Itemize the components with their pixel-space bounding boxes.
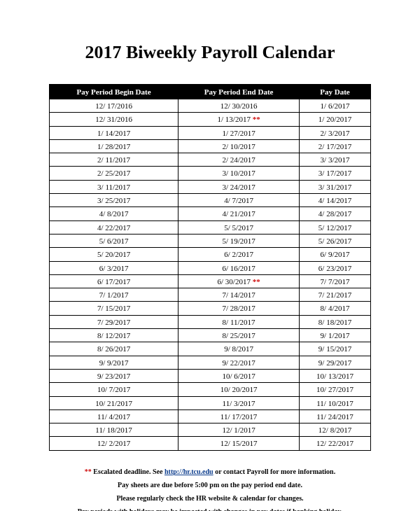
- cell-pay-date: 3/ 17/2017: [300, 167, 371, 180]
- cell-end-date: 12/ 30/2016: [178, 99, 300, 113]
- cell-pay-date: 5/ 26/2017: [300, 234, 371, 247]
- footnote-check-hr: Please regularly check the HR website & …: [49, 491, 371, 505]
- table-row: 12/ 2/201712/ 15/201712/ 22/2017: [50, 437, 371, 450]
- footnote-holidays: Pay periods with holidays may be impacte…: [49, 505, 371, 511]
- table-row: 9/ 9/20179/ 22/20179/ 29/2017: [50, 356, 371, 369]
- hr-link[interactable]: http://hr.tcu.edu: [164, 468, 214, 475]
- cell-begin-date: 11/ 18/2017: [50, 424, 178, 437]
- cell-pay-date: 1/ 20/2017: [300, 113, 371, 126]
- footnote-paysheets: Pay sheets are due before 5:00 pm on the…: [49, 478, 371, 491]
- cell-pay-date: 2/ 17/2017: [300, 139, 371, 153]
- col-end-date: Pay Period End Date: [178, 85, 300, 99]
- cell-pay-date: 9/ 1/2017: [300, 329, 371, 342]
- escalated-marker: **: [253, 277, 260, 286]
- cell-begin-date: 12/ 31/2016: [50, 113, 178, 126]
- table-row: 4/ 22/20175/ 5/20175/ 12/2017: [50, 220, 371, 234]
- cell-pay-date: 8/ 4/2017: [300, 302, 371, 315]
- cell-pay-date: 4/ 14/2017: [300, 194, 371, 207]
- cell-end-date: 5/ 19/2017: [178, 234, 300, 247]
- cell-begin-date: 7/ 29/2017: [50, 315, 178, 328]
- cell-end-date: 10/ 6/2017: [178, 369, 300, 382]
- cell-end-date: 9/ 22/2017: [178, 356, 300, 369]
- cell-end-date: 4/ 7/2017: [178, 194, 300, 207]
- table-row: 6/ 3/20176/ 16/20176/ 23/2017: [50, 261, 371, 274]
- cell-begin-date: 3/ 25/2017: [50, 194, 178, 207]
- cell-pay-date: 6/ 23/2017: [300, 261, 371, 274]
- cell-end-date: 8/ 25/2017: [178, 329, 300, 342]
- table-row: 11/ 4/201711/ 17/201711/ 24/2017: [50, 410, 371, 423]
- table-row: 3/ 25/20174/ 7/20174/ 14/2017: [50, 194, 371, 207]
- cell-begin-date: 1/ 14/2017: [50, 126, 178, 139]
- cell-pay-date: 7/ 7/2017: [300, 274, 371, 288]
- table-row: 4/ 8/20174/ 21/20174/ 28/2017: [50, 207, 371, 220]
- cell-pay-date: 10/ 27/2017: [300, 383, 371, 396]
- cell-end-date: 8/ 11/2017: [178, 315, 300, 328]
- table-header-row: Pay Period Begin Date Pay Period End Dat…: [50, 85, 371, 99]
- table-row: 3/ 11/20173/ 24/20173/ 31/2017: [50, 180, 371, 193]
- cell-end-date: 6/ 16/2017: [178, 261, 300, 274]
- footnote-text-b: or contact Payroll for more information.: [214, 468, 336, 475]
- cell-begin-date: 9/ 9/2017: [50, 356, 178, 369]
- cell-begin-date: 3/ 11/2017: [50, 180, 178, 193]
- table-row: 2/ 25/20173/ 10/20173/ 17/2017: [50, 167, 371, 180]
- cell-begin-date: 12/ 2/2017: [50, 437, 178, 450]
- cell-begin-date: 7/ 15/2017: [50, 302, 178, 315]
- table-row: 7/ 15/20177/ 28/20178/ 4/2017: [50, 302, 371, 315]
- cell-end-date: 10/ 20/2017: [178, 383, 300, 396]
- cell-pay-date: 3/ 3/2017: [300, 153, 371, 167]
- table-row: 7/ 29/20178/ 11/20178/ 18/2017: [50, 315, 371, 328]
- cell-end-date: 6/ 2/2017: [178, 248, 300, 261]
- cell-end-date: 7/ 28/2017: [178, 302, 300, 315]
- cell-pay-date: 3/ 31/2017: [300, 180, 371, 193]
- cell-begin-date: 6/ 17/2017: [50, 274, 178, 288]
- cell-pay-date: 4/ 28/2017: [300, 207, 371, 220]
- cell-pay-date: 10/ 13/2017: [300, 369, 371, 382]
- cell-end-date: 4/ 21/2017: [178, 207, 300, 220]
- table-row: 5/ 20/20176/ 2/20176/ 9/2017: [50, 248, 371, 261]
- cell-pay-date: 12/ 22/2017: [300, 437, 371, 450]
- col-begin-date: Pay Period Begin Date: [50, 85, 178, 99]
- table-row: 11/ 18/201712/ 1/201712/ 8/2017: [50, 424, 371, 437]
- cell-end-date: 3/ 24/2017: [178, 180, 300, 193]
- escalated-marker: **: [253, 115, 260, 123]
- table-row: 9/ 23/201710/ 6/201710/ 13/2017: [50, 369, 371, 382]
- cell-end-date: 3/ 10/2017: [178, 167, 300, 180]
- cell-end-date: 2/ 10/2017: [178, 139, 300, 153]
- cell-end-date: 6/ 30/2017 **: [178, 274, 300, 288]
- cell-pay-date: 6/ 9/2017: [300, 248, 371, 261]
- payroll-table: Pay Period Begin Date Pay Period End Dat…: [49, 84, 371, 451]
- cell-begin-date: 11/ 4/2017: [50, 410, 178, 423]
- cell-end-date: 1/ 27/2017: [178, 126, 300, 139]
- cell-pay-date: 9/ 15/2017: [300, 342, 371, 356]
- cell-begin-date: 5/ 20/2017: [50, 248, 178, 261]
- table-row: 7/ 1/20177/ 14/20177/ 21/2017: [50, 288, 371, 302]
- page-title: 2017 Biweekly Payroll Calendar: [49, 42, 371, 63]
- cell-end-date: 5/ 5/2017: [178, 220, 300, 234]
- table-row: 8/ 26/20179/ 8/20179/ 15/2017: [50, 342, 371, 356]
- cell-begin-date: 4/ 8/2017: [50, 207, 178, 220]
- table-row: 12/ 17/201612/ 30/20161/ 6/2017: [50, 99, 371, 113]
- cell-pay-date: 11/ 10/2017: [300, 396, 371, 410]
- cell-begin-date: 1/ 28/2017: [50, 139, 178, 153]
- cell-pay-date: 8/ 18/2017: [300, 315, 371, 328]
- cell-begin-date: 4/ 22/2017: [50, 220, 178, 234]
- cell-begin-date: 2/ 11/2017: [50, 153, 178, 167]
- cell-end-date: 12/ 1/2017: [178, 424, 300, 437]
- cell-end-date: 11/ 17/2017: [178, 410, 300, 423]
- cell-begin-date: 9/ 23/2017: [50, 369, 178, 382]
- table-row: 10/ 7/201710/ 20/201710/ 27/2017: [50, 383, 371, 396]
- table-row: 6/ 17/20176/ 30/2017 **7/ 7/2017: [50, 274, 371, 288]
- cell-pay-date: 5/ 12/2017: [300, 220, 371, 234]
- cell-begin-date: 7/ 1/2017: [50, 288, 178, 302]
- cell-pay-date: 7/ 21/2017: [300, 288, 371, 302]
- cell-pay-date: 9/ 29/2017: [300, 356, 371, 369]
- cell-pay-date: 1/ 6/2017: [300, 99, 371, 113]
- cell-end-date: 12/ 15/2017: [178, 437, 300, 450]
- table-row: 10/ 21/201711/ 3/201711/ 10/2017: [50, 396, 371, 410]
- cell-end-date: 9/ 8/2017: [178, 342, 300, 356]
- cell-begin-date: 12/ 17/2016: [50, 99, 178, 113]
- table-row: 1/ 28/20172/ 10/20172/ 17/2017: [50, 139, 371, 153]
- table-row: 1/ 14/20171/ 27/20172/ 3/2017: [50, 126, 371, 139]
- cell-pay-date: 12/ 8/2017: [300, 424, 371, 437]
- cell-begin-date: 8/ 26/2017: [50, 342, 178, 356]
